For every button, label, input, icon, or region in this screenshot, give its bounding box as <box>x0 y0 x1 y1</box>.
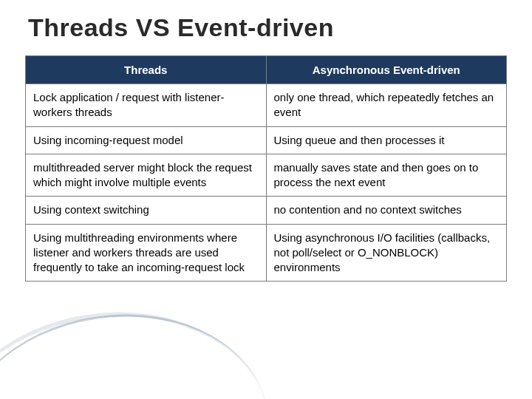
cell-event: Using queue and then processes it <box>266 126 507 154</box>
table-row: Using multithreading environments where … <box>26 224 507 282</box>
cell-threads: Lock application / request with listener… <box>26 84 267 127</box>
page-title: Threads VS Event-driven <box>28 13 507 42</box>
cell-threads: Using multithreading environments where … <box>26 224 267 282</box>
cell-event: only one thread, which repeatedly fetche… <box>266 84 507 127</box>
table-row: multithreaded server might block the req… <box>26 154 507 197</box>
table-row: Using incoming-request model Using queue… <box>26 126 507 154</box>
decorative-swoosh <box>0 292 279 399</box>
cell-threads: Using context switching <box>26 197 267 224</box>
decorative-swoosh <box>0 295 278 399</box>
cell-event: Using asynchronous I/O facilities (callb… <box>266 224 507 282</box>
header-threads: Threads <box>26 56 267 84</box>
table-header-row: Threads Asynchronous Event-driven <box>26 56 507 84</box>
cell-event: no contention and no context switches <box>266 197 507 224</box>
table-row: Using context switching no contention an… <box>26 197 507 224</box>
cell-threads: Using incoming-request model <box>26 126 267 154</box>
slide: Threads VS Event-driven Threads Asynchro… <box>0 0 532 399</box>
header-event-driven: Asynchronous Event-driven <box>266 56 507 84</box>
comparison-table: Threads Asynchronous Event-driven Lock a… <box>25 55 507 282</box>
cell-event: manually saves state and then goes on to… <box>266 154 507 197</box>
table-row: Lock application / request with listener… <box>26 84 507 127</box>
cell-threads: multithreaded server might block the req… <box>26 154 267 197</box>
